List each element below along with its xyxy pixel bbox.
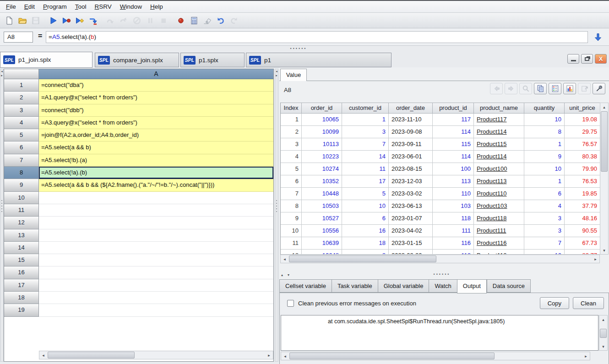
grid-cell-A3[interactable]: =connect("dbb") [39,104,273,117]
scroll-up-arrow-icon[interactable]: ▴ [599,315,607,323]
table-cell[interactable]: 2023-06-13 [389,200,433,212]
menu-edit[interactable]: Edit [20,2,39,11]
table-cell[interactable]: 5 [281,163,302,175]
tab-output[interactable]: Output [457,279,487,293]
table-cell[interactable]: 3 [342,126,389,138]
pause-button[interactable] [144,14,156,27]
copy-data-button[interactable] [534,83,547,94]
table-cell[interactable]: 2023-04-02 [389,225,433,237]
menu-window[interactable]: Window [116,2,146,11]
table-cell[interactable]: 115 [433,138,474,151]
table-cell[interactable]: 1 [524,175,565,188]
chart-button[interactable] [563,83,576,94]
stop-button[interactable] [157,14,169,27]
table-cell[interactable]: Product116 [474,237,524,250]
clean-button[interactable]: Clean [573,297,604,309]
grid-cell-A18[interactable] [39,292,273,304]
table-cell[interactable]: 67.73 [565,237,600,250]
table-cell[interactable]: 1 [524,138,565,151]
table-cell[interactable]: 3 [281,138,302,151]
collapse-left-arrow-icon[interactable]: ◂ [276,69,277,73]
table-cell[interactable]: 10648 [302,250,342,255]
table-cell[interactable]: 110 [433,188,474,200]
table-cell[interactable]: 7 [342,138,389,151]
grid-cell-A15[interactable] [39,254,273,266]
table-cell[interactable]: Product115 [474,138,524,151]
formula-down-arrow-button[interactable] [591,30,605,44]
grid-cell-A1[interactable]: =connect("dba") [39,79,273,92]
column-header-product_id[interactable]: product_id [433,103,474,114]
close-button[interactable]: X [595,54,607,64]
table-cell[interactable]: Product118 [474,212,524,225]
table-cell[interactable]: 19.08 [565,114,600,126]
table-cell[interactable]: 8 [524,126,565,138]
menu-rsrv[interactable]: RSRV [91,2,116,11]
column-header-order_date[interactable]: order_date [389,103,433,114]
grid-cell-A4[interactable]: =A3.query@x("select * from orders") [39,117,273,129]
row-header-15[interactable]: 15 [4,254,39,266]
pin-button[interactable] [593,83,605,94]
grid-cell-A17[interactable] [39,279,273,292]
row-header-11[interactable]: 11 [4,204,39,217]
table-cell[interactable]: 10113 [302,138,342,151]
row-header-13[interactable]: 13 [4,229,39,242]
column-header-product_name[interactable]: product_name [474,103,524,114]
grid-h-scroll-thumb[interactable] [48,352,135,359]
scroll-left-arrow-icon[interactable]: ◂ [281,352,289,360]
row-header-12[interactable]: 12 [4,217,39,229]
grid-cell-A13[interactable] [39,229,273,242]
scroll-up-arrow-icon[interactable]: ▴ [600,103,608,111]
table-cell[interactable]: 16 [342,225,389,237]
table-cell[interactable]: 103 [433,200,474,212]
row-header-1[interactable]: 1 [4,79,39,92]
sheet-tab-p1[interactable]: SPLp1 [246,53,392,67]
sheet-tab-p1-splx[interactable]: SPLp1.splx [180,53,245,67]
left-collapse-splitter[interactable]: ◂ ▸ [0,69,4,362]
table-cell[interactable]: 10099 [302,126,342,138]
table-cell[interactable]: 10 [342,200,389,212]
table-cell[interactable]: 2023-11-10 [389,114,433,126]
clear-cell-button[interactable] [201,14,213,27]
table-cell[interactable]: 80.38 [565,151,600,163]
menu-file[interactable]: File [2,2,20,11]
row-header-10[interactable]: 10 [4,192,39,204]
grid-cell-A12[interactable] [39,217,273,229]
table-cell[interactable]: 2023-03-02 [389,188,433,200]
table-cell[interactable]: 6 [524,188,565,200]
table-cell[interactable]: 6 [281,175,302,188]
table-cell[interactable]: Product117 [474,114,524,126]
table-cell[interactable]: 2023-12-03 [389,175,433,188]
table-cell[interactable]: 4 [281,151,302,163]
table-cell[interactable]: 5 [342,188,389,200]
table-cell[interactable]: 10 [524,114,565,126]
table-cell[interactable]: 116 [433,237,474,250]
scroll-left-arrow-icon[interactable]: ◂ [281,255,288,263]
grid-cell-A6[interactable]: =A5.select(a && b) [39,141,273,154]
table-h-scrollbar[interactable]: ◂ ▸ [280,255,600,263]
tab-watch[interactable]: Watch [429,279,457,293]
save-button[interactable] [29,14,42,27]
grid-cell-A9[interactable]: =A5.select(a && b && (${A2.fname().("a."… [39,179,273,191]
undo-button[interactable] [214,14,227,27]
table-cell[interactable]: Product103 [474,200,524,212]
table-h-scroll-thumb[interactable] [289,255,436,262]
grid-cell-A16[interactable] [39,266,273,279]
breakpoint-button[interactable] [174,14,187,27]
table-cell[interactable]: 1 [281,114,302,126]
table-cell[interactable]: 11 [281,237,302,250]
table-cell[interactable]: 10503 [302,200,342,212]
table-cell[interactable]: 1 [342,114,389,126]
collapse-left-arrow-icon[interactable]: ◂ [1,69,3,73]
menu-tool[interactable]: Tool [71,2,91,11]
grid-cell-A11[interactable] [39,204,273,217]
table-cell[interactable]: 14 [342,151,389,163]
tab-cellset-variable[interactable]: Cellset variable [279,279,332,293]
menu-program[interactable]: Program [39,2,71,11]
table-cell[interactable]: 17 [342,175,389,188]
table-v-scroll-thumb[interactable] [601,111,608,172]
new-file-button[interactable] [3,14,15,27]
table-cell[interactable]: Product100 [474,163,524,175]
table-cell[interactable]: 10 [524,250,565,255]
table-cell[interactable]: 2023-01-15 [389,237,433,250]
table-cell[interactable]: 2023-08-15 [389,163,433,175]
